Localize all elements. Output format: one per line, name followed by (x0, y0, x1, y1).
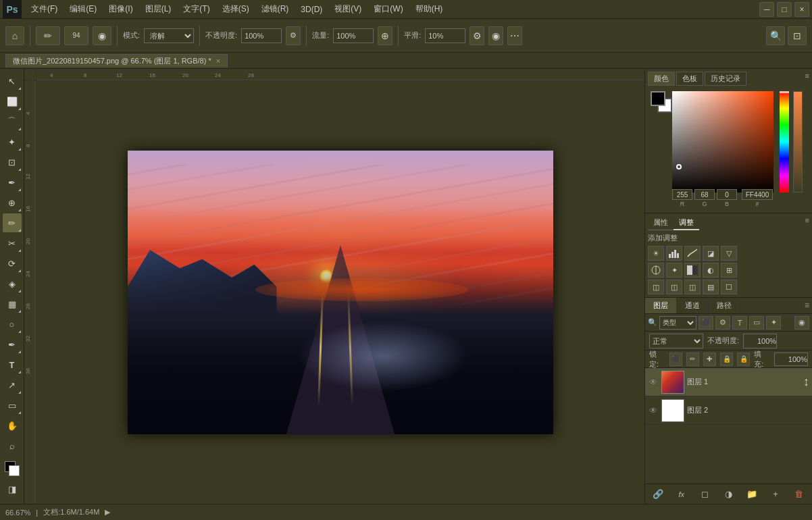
swatches-tab[interactable]: 色板 (676, 72, 703, 86)
history-tab[interactable]: 历史记录 (705, 72, 746, 86)
adj-tab-adjustments[interactable]: 调整 (674, 216, 699, 230)
tool-path-select[interactable]: ↗ (3, 375, 22, 394)
tool-move[interactable]: ↖ (3, 72, 22, 90)
menu-3d[interactable]: 3D(D) (295, 3, 328, 16)
blend-mode-select[interactable]: 溶解 正常 正片叠底 (144, 28, 194, 43)
layer-new-btn[interactable]: + (768, 487, 783, 502)
layer-blend-select[interactable]: 正常 溶解 正片叠底 (649, 334, 703, 348)
menu-text[interactable]: 文字(T) (178, 2, 215, 16)
layer-fill-input[interactable] (774, 353, 808, 366)
window-restore[interactable]: □ (777, 2, 792, 17)
tool-rect-select[interactable]: ⬜ (3, 92, 22, 111)
background-color[interactable] (9, 465, 20, 476)
channels-tab[interactable]: 通道 (677, 298, 709, 313)
tool-pen[interactable]: ✒ (3, 335, 22, 354)
menu-file[interactable]: 文件(F) (26, 2, 63, 16)
adj-colormatch[interactable]: ◫ (648, 280, 664, 294)
adj-gradientmap[interactable]: ☐ (721, 280, 737, 294)
layer-opacity-input[interactable] (743, 334, 777, 348)
menu-help[interactable]: 帮助(H) (410, 2, 449, 16)
tool-eyedropper[interactable]: ✒ (3, 173, 22, 192)
adj-colorbalance[interactable]: ✦ (666, 263, 682, 278)
color-r-input[interactable] (672, 189, 692, 200)
menu-image[interactable]: 图像(I) (103, 2, 138, 16)
color-hex-input[interactable] (742, 189, 773, 200)
brush-preset[interactable]: ✏ (36, 26, 60, 45)
tool-history-brush[interactable]: ⟳ (3, 254, 22, 273)
color-g-input[interactable] (694, 189, 715, 200)
opacity-input[interactable] (241, 28, 282, 43)
tool-lasso[interactable]: ⌒ (3, 112, 22, 131)
layer-visibility-2[interactable]: 👁 (648, 405, 659, 416)
layer-fx-btn[interactable]: fx (674, 487, 689, 502)
tool-rectangle[interactable]: ▭ (3, 396, 22, 415)
adj-levels[interactable] (666, 246, 682, 261)
brush-shape[interactable]: ◉ (93, 26, 111, 45)
adj-tab-properties[interactable]: 属性 (648, 216, 674, 230)
layer-filter-shape[interactable]: ▭ (749, 316, 764, 330)
smooth-input[interactable] (425, 28, 465, 43)
airbrush-btn[interactable]: ⊕ (378, 26, 392, 45)
paths-tab[interactable]: 路径 (709, 298, 740, 313)
layer-filter-adj[interactable]: ⚙ (715, 316, 730, 330)
search-btn[interactable]: 🔍 (766, 26, 785, 45)
menu-select[interactable]: 选择(S) (217, 2, 255, 16)
adj-curves[interactable] (684, 246, 701, 261)
adj-bw[interactable] (684, 263, 701, 278)
layer-delete-btn[interactable]: 🗑 (792, 487, 807, 502)
lock-artboard[interactable]: 🔒 (720, 353, 733, 366)
adj-posterize[interactable]: ◫ (684, 280, 701, 294)
adj-hsl[interactable] (648, 263, 664, 278)
adj-invert[interactable]: ◫ (666, 280, 682, 294)
canvas-viewport[interactable] (36, 81, 644, 504)
layer-filter-pixel[interactable]: ⬛ (699, 316, 713, 330)
tool-gradient[interactable]: ▦ (3, 294, 22, 313)
menu-view[interactable]: 视图(V) (329, 2, 367, 16)
adj-photofilter[interactable]: ◐ (703, 263, 719, 278)
hue-slider[interactable] (780, 91, 789, 192)
layer-adj-btn[interactable]: ◑ (721, 487, 736, 502)
window-minimize[interactable]: ─ (759, 2, 774, 17)
layer-row-1[interactable]: 👁 图层 1 ↕ (645, 368, 812, 396)
menu-edit[interactable]: 编辑(E) (64, 2, 102, 16)
layer-visibility-1[interactable]: 👁 (648, 377, 659, 388)
lock-image[interactable]: ✏ (686, 353, 699, 366)
menu-window[interactable]: 窗口(W) (368, 2, 408, 16)
adj-vibrance[interactable]: ▽ (721, 246, 737, 261)
tool-hand[interactable]: ✋ (3, 416, 22, 435)
document-tab[interactable]: 微信图片_20220819150457.png @ 66.7% (图层 1, R… (5, 54, 228, 68)
lock-position[interactable]: ✚ (703, 353, 716, 366)
layer-kind-select[interactable]: 类型 (659, 316, 696, 330)
tool-quickmask[interactable]: ◨ (3, 479, 22, 498)
layers-more-btn[interactable]: ≡ (802, 298, 812, 313)
tool-clone[interactable]: ✂ (3, 234, 22, 253)
lock-pixels[interactable]: ⬛ (669, 353, 682, 366)
layers-tab[interactable]: 图层 (645, 298, 677, 313)
tool-brush[interactable]: ✏ (3, 213, 22, 232)
alpha-slider[interactable] (793, 91, 803, 192)
adj-threshold[interactable]: ▤ (703, 280, 719, 294)
tool-eraser[interactable]: ◈ (3, 274, 22, 293)
layer-filter-toggle[interactable]: ◉ (794, 316, 809, 330)
window-close[interactable]: × (794, 2, 809, 17)
tab-close-btn[interactable]: × (216, 57, 220, 65)
adj-brightness[interactable]: ☀ (648, 246, 664, 261)
home-button[interactable]: ⌂ (5, 26, 24, 45)
brush-size[interactable]: 94 (64, 26, 88, 45)
status-arrow[interactable]: ▶ (105, 508, 110, 517)
color-b-input[interactable] (717, 189, 737, 200)
layer-row-2[interactable]: 👁 图层 2 (645, 396, 812, 425)
layer-mask-btn[interactable]: ◻ (698, 487, 713, 502)
flow-input[interactable] (333, 28, 374, 43)
tool-magic-wand[interactable]: ✦ (3, 132, 22, 151)
adj-exposure[interactable]: ◪ (703, 246, 719, 261)
brush-extra[interactable]: ⋯ (507, 26, 522, 45)
color-picker[interactable]: R G B # (648, 88, 809, 210)
layer-filter-text[interactable]: T (732, 316, 747, 330)
layer-group-btn[interactable]: 📁 (744, 487, 759, 502)
tool-crop[interactable]: ⊡ (3, 153, 22, 172)
smooth-settings[interactable]: ⚙ (470, 26, 484, 45)
lock-all[interactable]: 🔒 (737, 353, 750, 366)
tool-dodge[interactable]: ○ (3, 315, 22, 334)
color-tab[interactable]: 颜色 (648, 72, 675, 86)
